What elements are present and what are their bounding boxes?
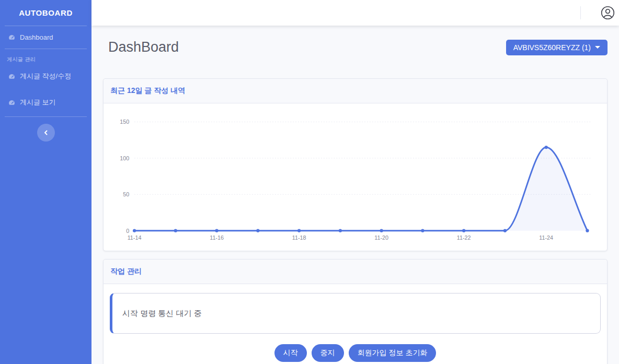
y-tick-label: 150 xyxy=(120,119,129,125)
task-status-message: 시작 명령 통신 대기 중 xyxy=(122,309,202,319)
app-window: AUTOBOARD Dashboard 게시글 관리 게시글 작성/수정 게시글… xyxy=(0,0,619,364)
start-button[interactable]: 시작 xyxy=(274,344,307,362)
sidebar-item-post-write[interactable]: 게시글 작성/수정 xyxy=(0,64,91,88)
brand-title[interactable]: AUTOBOARD xyxy=(0,0,91,26)
chart-area-fill xyxy=(134,147,587,231)
x-tick-label: 11-14 xyxy=(128,234,142,241)
y-tick-label: 100 xyxy=(120,155,129,161)
page-heading: DashBoard AVBIVS5Z60REYZZ (1) xyxy=(103,39,607,55)
tachometer-icon xyxy=(8,99,16,107)
chart-point xyxy=(339,229,342,232)
page-content: DashBoard AVBIVS5Z60REYZZ (1) 최근 12일 글 작… xyxy=(91,26,619,364)
topbar-divider xyxy=(580,6,581,19)
task-card-body: 시작 명령 통신 대기 중 시작 중지 회원가입 정보 초기화 xyxy=(104,284,607,364)
chart-point xyxy=(256,229,259,232)
y-tick-label: 0 xyxy=(126,228,129,234)
chart-point xyxy=(545,146,548,149)
sidebar-section-heading: 게시글 관리 xyxy=(0,49,91,64)
chevron-left-icon xyxy=(43,130,49,135)
x-tick-label: 11-22 xyxy=(457,234,471,241)
sidebar-collapse-button[interactable] xyxy=(37,124,55,142)
sidebar: AUTOBOARD Dashboard 게시글 관리 게시글 작성/수정 게시글… xyxy=(0,0,91,364)
tachometer-icon xyxy=(8,33,16,41)
task-management-card: 작업 관리 시작 명령 통신 대기 중 시작 중지 회원가입 정보 초기화 xyxy=(103,259,607,364)
sidebar-divider xyxy=(5,116,87,117)
posts-line-chart: 05010015011-1411-1611-1811-2011-2211-24 xyxy=(112,112,599,244)
chart-point xyxy=(380,229,383,232)
tachometer-icon xyxy=(8,73,16,80)
chart-point xyxy=(503,229,507,232)
recent-posts-card: 최근 12일 글 작성 내역 05010015011-1411-1611-181… xyxy=(103,78,607,251)
sidebar-item-label: 게시글 보기 xyxy=(20,98,56,107)
topbar xyxy=(91,0,619,26)
sidebar-item-dashboard[interactable]: Dashboard xyxy=(0,26,91,49)
task-buttons-row: 시작 중지 회원가입 정보 초기화 xyxy=(110,344,601,362)
chart-point xyxy=(421,229,424,232)
chart-point xyxy=(215,229,218,232)
board-select-label: AVBIVS5Z60REYZZ (1) xyxy=(513,43,591,52)
user-circle-icon xyxy=(601,6,615,20)
x-tick-label: 11-24 xyxy=(539,234,553,241)
page-title: DashBoard xyxy=(103,39,179,55)
x-tick-label: 11-20 xyxy=(374,234,388,241)
user-menu-button[interactable] xyxy=(601,6,615,20)
chart-container: 05010015011-1411-1611-1811-2011-2211-24 xyxy=(104,103,607,251)
sidebar-item-post-view[interactable]: 게시글 보기 xyxy=(0,88,91,116)
sidebar-toggle-wrap xyxy=(0,124,91,142)
chart-point xyxy=(297,229,301,232)
chart-point xyxy=(174,229,177,232)
chart-point xyxy=(586,229,589,232)
stop-button[interactable]: 중지 xyxy=(312,344,344,362)
x-tick-label: 11-18 xyxy=(292,234,306,241)
main-column: DashBoard AVBIVS5Z60REYZZ (1) 최근 12일 글 작… xyxy=(91,0,619,364)
chart-point xyxy=(133,229,136,232)
sidebar-item-label: Dashboard xyxy=(20,33,53,41)
x-tick-label: 11-16 xyxy=(210,234,224,241)
chevron-down-icon xyxy=(595,46,600,49)
chart-point xyxy=(462,229,465,232)
sidebar-item-label: 게시글 작성/수정 xyxy=(20,72,71,81)
recent-posts-card-title: 최근 12일 글 작성 내역 xyxy=(104,79,607,103)
y-tick-label: 50 xyxy=(123,191,129,197)
task-status-box: 시작 명령 통신 대기 중 xyxy=(110,293,601,334)
reset-signup-info-button[interactable]: 회원가입 정보 초기화 xyxy=(349,344,437,362)
task-card-title: 작업 관리 xyxy=(104,260,607,284)
board-select-dropdown-button[interactable]: AVBIVS5Z60REYZZ (1) xyxy=(506,40,607,55)
